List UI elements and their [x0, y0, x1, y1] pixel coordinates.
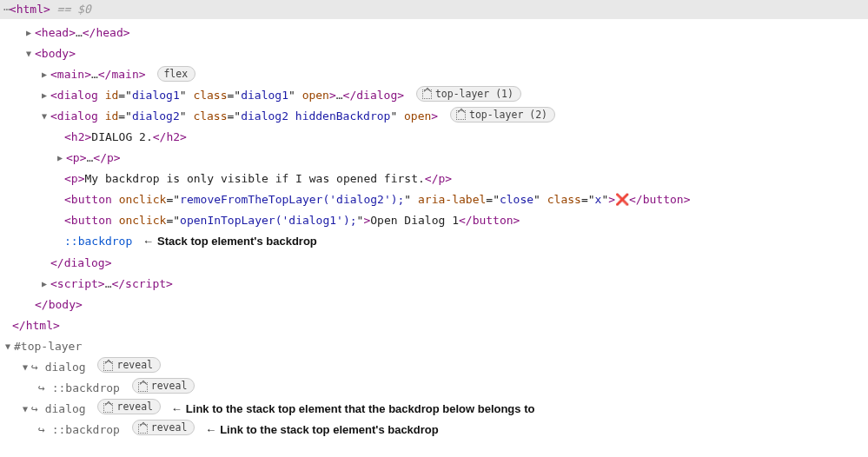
tree-row-h2[interactable]: <h2>DIALOG 2.</h2>	[0, 127, 868, 148]
tag-script-close: script	[125, 277, 166, 290]
tree-row-dialog2-close[interactable]: </dialog>	[0, 253, 868, 274]
arrow-left-icon: ←	[202, 423, 220, 436]
badge-label: reveal	[116, 358, 153, 372]
tree-row-body-close[interactable]: </body>	[0, 295, 868, 315]
expand-caret-icon[interactable]: ▶	[56, 150, 64, 167]
collapse-caret-icon[interactable]: ▼	[24, 46, 33, 63]
tag-body-close: body	[49, 298, 76, 311]
reveal-badge[interactable]: reveal	[97, 399, 161, 414]
expand-caret-icon[interactable]: ▶	[24, 25, 33, 42]
tree-row-p-collapsed[interactable]: ▶<p>…</p>	[0, 148, 868, 169]
tree-row-head[interactable]: ▶<head>…</head>	[0, 23, 868, 43]
top-layer-badge[interactable]: top-layer (1)	[416, 86, 521, 102]
tree-row-script[interactable]: ▶<script>…</script>	[0, 274, 868, 295]
ellipsis: …	[76, 26, 83, 39]
badge-label: reveal	[151, 379, 188, 393]
top-layer-dialog-row-2[interactable]: ▼↪ dialog reveal ←Link to the stack top …	[0, 399, 868, 420]
eq: =	[118, 109, 125, 123]
tag-main: main	[57, 68, 84, 81]
tag-button-close: button	[473, 214, 514, 227]
dialog-label: dialog	[45, 361, 86, 374]
reveal-badge[interactable]: reveal	[97, 357, 161, 373]
space	[112, 214, 119, 227]
expand-caret-icon[interactable]: ▶	[40, 88, 49, 104]
punct: </	[343, 89, 357, 102]
quote: "	[173, 214, 180, 227]
value-class: dialog2 hiddenBackdrop	[241, 109, 390, 123]
collapse-caret-icon[interactable]: ▼	[3, 339, 12, 355]
tag-dialog-close: dialog	[356, 89, 397, 102]
text-content: DIALOG 2.	[91, 130, 152, 143]
expand-caret-icon[interactable]: ▶	[40, 67, 49, 83]
target-icon	[138, 382, 148, 392]
punct: <	[50, 89, 57, 102]
return-arrow-icon: ↪	[31, 361, 38, 374]
collapse-caret-icon[interactable]: ▼	[40, 109, 49, 125]
punct: >	[53, 319, 60, 332]
punct: <	[64, 214, 71, 227]
reveal-badge[interactable]: reveal	[132, 420, 195, 435]
tag-h2: h2	[71, 130, 85, 143]
tag-html: html	[17, 3, 43, 16]
tree-row-p-text[interactable]: <p>My backdrop is only visible if I was …	[0, 169, 868, 189]
return-arrow-icon: ↪	[31, 402, 38, 415]
attr-id: id	[105, 89, 119, 102]
punct: </	[98, 68, 112, 81]
punct: <	[64, 130, 71, 143]
text-content: Open Dialog 1	[370, 214, 459, 227]
punct: </	[153, 130, 167, 143]
tree-row-button-close[interactable]: <button onclick="removeFromTheTopLayer('…	[0, 189, 868, 210]
tree-row-body-open[interactable]: ▼<body>	[0, 43, 868, 64]
top-layer-dialog-row-1[interactable]: ▼↪ dialog reveal	[0, 357, 868, 378]
quote: "	[125, 89, 132, 102]
tree-row-html-close[interactable]: </html>	[0, 315, 868, 336]
punct: >	[329, 89, 336, 102]
tree-row-dialog1[interactable]: ▶<dialog id="dialog1" class="dialog1" op…	[0, 85, 868, 106]
tag-button: button	[71, 214, 112, 227]
tag-h2-close: h2	[166, 130, 180, 143]
attr-onclick: onclick	[119, 193, 167, 206]
reveal-badge[interactable]: reveal	[132, 378, 195, 394]
tag-head: head	[42, 26, 69, 39]
tag-head-close: head	[96, 26, 123, 39]
annotation-text: Link to the stack top element that the b…	[186, 402, 535, 415]
tree-row-button-open-dialog1[interactable]: <button onclick="openInTopLayer('dialog1…	[0, 210, 868, 231]
value-id: dialog2	[132, 109, 180, 123]
tree-row-backdrop-pseudo[interactable]: ::backdrop ←Stack top element's backdrop	[0, 231, 868, 252]
selected-element-bar: ⋯<html> == $0	[0, 0, 868, 19]
console-var-hint: == $0	[50, 3, 91, 16]
punct: </	[425, 172, 439, 185]
quote: "	[588, 193, 595, 206]
quote: "	[234, 89, 241, 102]
punct: >	[123, 26, 130, 39]
punct: </	[93, 151, 107, 164]
punct: </	[629, 193, 643, 206]
top-layer-label: #top-layer	[14, 340, 82, 353]
tree-row-dialog2-open[interactable]: ▼<dialog id="dialog2" class="dialog2 hid…	[0, 106, 868, 127]
flex-badge[interactable]: flex	[157, 66, 195, 82]
punct: </	[83, 26, 96, 39]
punct: >	[445, 172, 452, 185]
value-onclick: removeFromTheTopLayer('dialog2');	[180, 193, 404, 206]
space	[540, 193, 547, 206]
top-layer-backdrop-row-2[interactable]: ↪ ::backdrop reveal ←Link to the stack t…	[0, 420, 868, 440]
tag-p: p	[73, 151, 80, 164]
dom-tree[interactable]: ▶<head>…</head> ▼<body> ▶<main>…</main> …	[0, 19, 868, 449]
punct: >	[84, 68, 91, 81]
top-layer-backdrop-row-1[interactable]: ↪ ::backdrop reveal	[0, 378, 868, 399]
attr-onclick: onclick	[119, 214, 167, 227]
top-layer-header[interactable]: ▼#top-layer	[0, 336, 868, 357]
punct: </	[35, 298, 49, 311]
top-layer-badge[interactable]: top-layer (2)	[450, 107, 555, 123]
quote: "	[404, 193, 411, 206]
collapse-caret-icon[interactable]: ▼	[21, 401, 30, 418]
expand-caret-icon[interactable]: ▶	[40, 276, 49, 293]
eq: =	[486, 193, 493, 206]
punct: </	[50, 256, 64, 269]
space	[98, 109, 105, 123]
annotation-text: Link to the stack top element's backdrop	[220, 423, 439, 436]
tree-row-main[interactable]: ▶<main>…</main> flex	[0, 64, 868, 85]
punct: >	[608, 193, 615, 206]
punct: >	[105, 256, 112, 269]
collapse-caret-icon[interactable]: ▼	[21, 360, 30, 376]
